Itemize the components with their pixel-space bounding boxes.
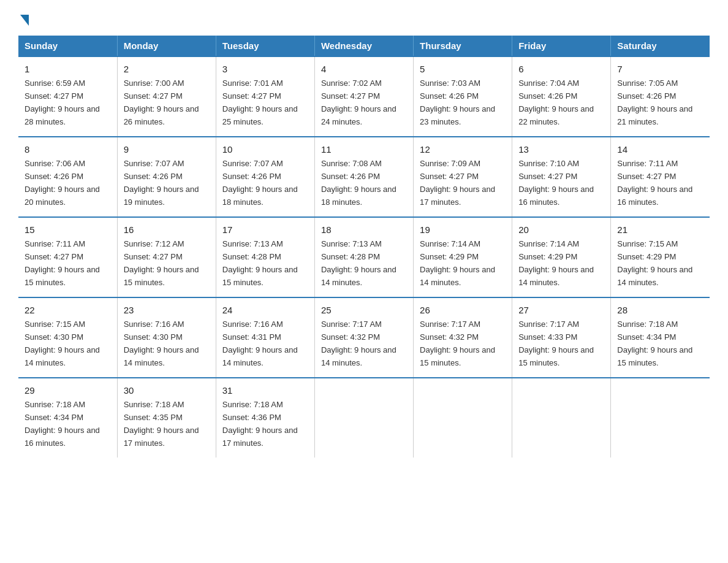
day-number: 25 [321,303,407,317]
calendar-cell: 12Sunrise: 7:09 AMSunset: 4:27 PMDayligh… [414,137,512,217]
calendar-week-row: 15Sunrise: 7:11 AMSunset: 4:27 PMDayligh… [18,217,710,297]
calendar-week-row: 8Sunrise: 7:06 AMSunset: 4:26 PMDaylight… [18,137,710,217]
day-sunrise: Sunrise: 7:18 AM [617,320,678,329]
day-number: 1 [25,62,111,76]
day-sunset: Sunset: 4:28 PM [321,252,380,261]
day-number: 18 [321,223,407,237]
day-number: 12 [420,142,506,156]
calendar-cell: 30Sunrise: 7:18 AMSunset: 4:35 PMDayligh… [117,378,216,458]
calendar-cell [314,378,413,458]
day-daylight: Daylight: 9 hours and 14 minutes. [617,265,692,287]
day-daylight: Daylight: 9 hours and 22 minutes. [518,104,594,126]
calendar-cell: 23Sunrise: 7:16 AMSunset: 4:30 PMDayligh… [117,297,216,378]
day-sunrise: Sunrise: 7:17 AM [518,320,579,329]
column-header-wednesday: Wednesday [314,36,413,56]
day-number: 11 [321,142,407,156]
day-number: 3 [222,62,308,76]
day-sunset: Sunset: 4:27 PM [25,91,83,101]
day-sunset: Sunset: 4:28 PM [222,252,281,261]
calendar-cell: 21Sunrise: 7:15 AMSunset: 4:29 PMDayligh… [611,217,710,297]
day-sunrise: Sunrise: 7:08 AM [321,159,382,168]
day-sunrise: Sunrise: 7:11 AM [25,239,85,248]
day-daylight: Daylight: 9 hours and 15 minutes. [617,345,692,367]
calendar-cell: 9Sunrise: 7:07 AMSunset: 4:26 PMDaylight… [117,137,216,217]
day-sunrise: Sunrise: 7:05 AM [617,79,678,88]
day-sunrise: Sunrise: 7:17 AM [321,320,382,329]
day-daylight: Daylight: 9 hours and 15 minutes. [222,265,298,287]
day-number: 26 [420,303,506,317]
day-number: 22 [25,303,111,317]
day-daylight: Daylight: 9 hours and 21 minutes. [617,104,692,126]
day-sunset: Sunset: 4:33 PM [518,332,577,342]
column-header-sunday: Sunday [18,36,117,56]
day-sunrise: Sunrise: 7:10 AM [518,159,579,168]
day-sunset: Sunset: 4:26 PM [124,172,183,181]
day-sunrise: Sunrise: 7:11 AM [617,159,678,168]
day-number: 31 [222,383,308,397]
day-sunrise: Sunrise: 7:14 AM [420,239,480,248]
day-sunset: Sunset: 4:26 PM [617,91,676,101]
day-sunset: Sunset: 4:34 PM [617,332,676,342]
calendar-cell: 20Sunrise: 7:14 AMSunset: 4:29 PMDayligh… [512,217,611,297]
calendar-week-row: 29Sunrise: 7:18 AMSunset: 4:34 PMDayligh… [18,378,710,458]
calendar-cell: 24Sunrise: 7:16 AMSunset: 4:31 PMDayligh… [216,297,314,378]
day-sunset: Sunset: 4:27 PM [25,252,83,261]
day-sunset: Sunset: 4:27 PM [617,172,676,181]
day-sunset: Sunset: 4:26 PM [518,91,577,101]
day-sunset: Sunset: 4:27 PM [222,91,281,101]
calendar-cell: 6Sunrise: 7:04 AMSunset: 4:26 PMDaylight… [512,56,611,137]
day-number: 21 [617,223,703,237]
calendar-cell: 15Sunrise: 7:11 AMSunset: 4:27 PMDayligh… [18,217,117,297]
day-daylight: Daylight: 9 hours and 17 minutes. [222,426,298,448]
day-sunrise: Sunrise: 7:04 AM [518,79,579,88]
day-daylight: Daylight: 9 hours and 14 minutes. [518,265,594,287]
calendar-table: SundayMondayTuesdayWednesdayThursdayFrid… [18,36,710,458]
calendar-cell: 27Sunrise: 7:17 AMSunset: 4:33 PMDayligh… [512,297,611,378]
day-sunrise: Sunrise: 7:18 AM [222,400,283,409]
day-daylight: Daylight: 9 hours and 14 minutes. [222,345,298,367]
day-sunrise: Sunrise: 7:03 AM [420,79,480,88]
day-sunset: Sunset: 4:26 PM [321,172,380,181]
calendar-cell: 17Sunrise: 7:13 AMSunset: 4:28 PMDayligh… [216,217,314,297]
calendar-cell [512,378,611,458]
day-daylight: Daylight: 9 hours and 14 minutes. [321,265,396,287]
day-sunset: Sunset: 4:29 PM [420,252,479,261]
day-daylight: Daylight: 9 hours and 15 minutes. [25,265,100,287]
calendar-cell: 28Sunrise: 7:18 AMSunset: 4:34 PMDayligh… [611,297,710,378]
calendar-cell: 19Sunrise: 7:14 AMSunset: 4:29 PMDayligh… [414,217,512,297]
day-daylight: Daylight: 9 hours and 14 minutes. [25,345,100,367]
day-sunset: Sunset: 4:29 PM [518,252,577,261]
day-sunrise: Sunrise: 7:01 AM [222,79,283,88]
day-sunrise: Sunrise: 7:06 AM [25,159,85,168]
day-daylight: Daylight: 9 hours and 15 minutes. [124,265,199,287]
column-header-thursday: Thursday [414,36,512,56]
day-daylight: Daylight: 9 hours and 16 minutes. [617,185,692,207]
day-daylight: Daylight: 9 hours and 18 minutes. [222,185,298,207]
column-header-saturday: Saturday [611,36,710,56]
day-number: 5 [420,62,506,76]
day-daylight: Daylight: 9 hours and 19 minutes. [124,185,199,207]
calendar-cell [414,378,512,458]
day-sunset: Sunset: 4:27 PM [124,252,183,261]
day-number: 27 [518,303,604,317]
day-daylight: Daylight: 9 hours and 26 minutes. [124,104,199,126]
day-daylight: Daylight: 9 hours and 23 minutes. [420,104,495,126]
day-sunrise: Sunrise: 7:13 AM [222,239,283,248]
day-sunset: Sunset: 4:31 PM [222,332,281,342]
day-sunset: Sunset: 4:36 PM [222,413,281,422]
day-daylight: Daylight: 9 hours and 14 minutes. [321,345,396,367]
day-number: 28 [617,303,703,317]
day-sunset: Sunset: 4:34 PM [25,413,83,422]
day-sunset: Sunset: 4:26 PM [25,172,83,181]
day-sunset: Sunset: 4:27 PM [321,91,380,101]
logo-arrow-icon [20,15,29,26]
day-sunset: Sunset: 4:27 PM [124,91,183,101]
calendar-cell [611,378,710,458]
calendar-header-row: SundayMondayTuesdayWednesdayThursdayFrid… [18,36,710,56]
column-header-monday: Monday [117,36,216,56]
day-sunrise: Sunrise: 6:59 AM [25,79,85,88]
day-sunset: Sunset: 4:30 PM [25,332,83,342]
logo [18,12,29,25]
day-sunset: Sunset: 4:26 PM [222,172,281,181]
day-sunrise: Sunrise: 7:07 AM [222,159,283,168]
